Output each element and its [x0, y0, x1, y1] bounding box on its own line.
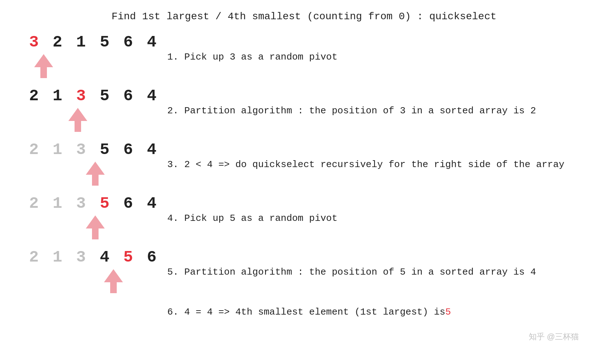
step5-left: 2 1 3 4 5 6	[29, 244, 145, 295]
step1-left: 3 2 1 5 6 4	[29, 29, 145, 80]
step4-row: 2 1 3 5 6 4 4. Pick up 5 as a random piv…	[29, 191, 608, 241]
step-group-5: 2 1 3 4 5 6 5. Partition algorithm : the…	[29, 244, 608, 295]
step4-desc: 4. Pick up 5 as a random pivot	[145, 207, 608, 225]
step5-row: 2 1 3 4 5 6 5. Partition algorithm : the…	[29, 244, 608, 295]
step2-num-0: 2	[29, 87, 41, 105]
step2-desc: 2. Partition algorithm : the position of…	[145, 99, 608, 117]
step5-num-0: 2	[29, 248, 41, 266]
step4-num-1: 1	[41, 194, 64, 213]
step-group-2: 2 1 3 5 6 4 2. Partition algorithm : the…	[29, 83, 608, 133]
step-group-4: 2 1 3 5 6 4 4. Pick up 5 as a random piv…	[29, 191, 608, 241]
arrow-up-icon-5	[104, 269, 123, 293]
step5-num-1: 1	[41, 248, 64, 266]
step6-row: 6. 4 = 4 => 4th smallest element (1st la…	[29, 306, 608, 319]
step1-desc: 1. Pick up 3 as a random pivot	[145, 45, 608, 64]
arrow-up-icon-2	[68, 108, 87, 132]
step3-num-0: 2	[29, 141, 41, 159]
step1-row: 3 2 1 5 6 4 1. Pick up 3 as a random piv…	[29, 29, 608, 80]
arrow-up-icon-4	[86, 215, 105, 239]
step2-num-4: 6	[112, 87, 135, 105]
step2-numbers: 2 1 3 5 6 4	[29, 83, 159, 106]
step2-left: 2 1 3 5 6 4	[29, 83, 145, 133]
page-title: Find 1st largest / 4th smallest (countin…	[0, 0, 608, 29]
step2-num-1: 1	[41, 87, 64, 105]
step5-num-2: 3	[64, 248, 88, 266]
step1-numbers: 3 2 1 5 6 4	[29, 29, 159, 53]
step1-num-3: 5	[88, 33, 112, 51]
step6-desc: 6. 4 = 4 => 4th smallest element (1st la…	[145, 306, 608, 319]
step3-arrow	[29, 160, 105, 187]
step5-num-3: 4	[88, 248, 112, 266]
step4-left: 2 1 3 5 6 4	[29, 191, 145, 241]
step5-numbers: 2 1 3 4 5 6	[29, 244, 159, 268]
step1-num-4: 6	[112, 33, 135, 51]
step5-arrow	[29, 268, 123, 295]
step2-arrow	[29, 106, 87, 133]
watermark: 知乎 @三杯猫	[529, 331, 579, 342]
step2-row: 2 1 3 5 6 4 2. Partition algorithm : the…	[29, 83, 608, 133]
step1-num-2: 1	[64, 33, 88, 51]
step3-num-2: 3	[64, 141, 88, 159]
step3-num-4: 6	[112, 141, 135, 159]
step3-num-3: 5	[88, 141, 112, 159]
step-group-6: 6. 4 = 4 => 4th smallest element (1st la…	[29, 306, 608, 319]
content-area: 3 2 1 5 6 4 1. Pick up 3 as a random piv…	[0, 29, 608, 322]
step2-num-2: 3	[64, 87, 88, 105]
step5-desc: 5. Partition algorithm : the position of…	[145, 260, 608, 279]
step-group-3: 2 1 3 5 6 4 3. 2 < 4 => do quickselect r…	[29, 137, 608, 187]
step4-num-2: 3	[64, 194, 88, 213]
step4-numbers: 2 1 3 5 6 4	[29, 191, 159, 214]
step1-num-0: 3	[29, 33, 41, 51]
final-highlight: 5	[445, 306, 451, 319]
arrow-up-icon-3	[86, 162, 105, 186]
step4-num-3: 5	[88, 194, 112, 213]
step5-num-4: 5	[112, 248, 135, 266]
step1-num-1: 2	[41, 33, 64, 51]
step4-num-4: 6	[112, 194, 135, 213]
step4-num-0: 2	[29, 194, 41, 213]
step4-arrow	[29, 214, 105, 241]
arrow-up-icon-1	[34, 54, 53, 78]
step3-row: 2 1 3 5 6 4 3. 2 < 4 => do quickselect r…	[29, 137, 608, 187]
step3-numbers: 2 1 3 5 6 4	[29, 137, 159, 160]
step2-num-3: 5	[88, 87, 112, 105]
step3-left: 2 1 3 5 6 4	[29, 137, 145, 187]
step1-arrow	[29, 53, 53, 80]
step3-num-1: 1	[41, 141, 64, 159]
step-group-1: 3 2 1 5 6 4 1. Pick up 3 as a random piv…	[29, 29, 608, 80]
step3-desc: 3. 2 < 4 => do quickselect recursively f…	[145, 153, 608, 171]
